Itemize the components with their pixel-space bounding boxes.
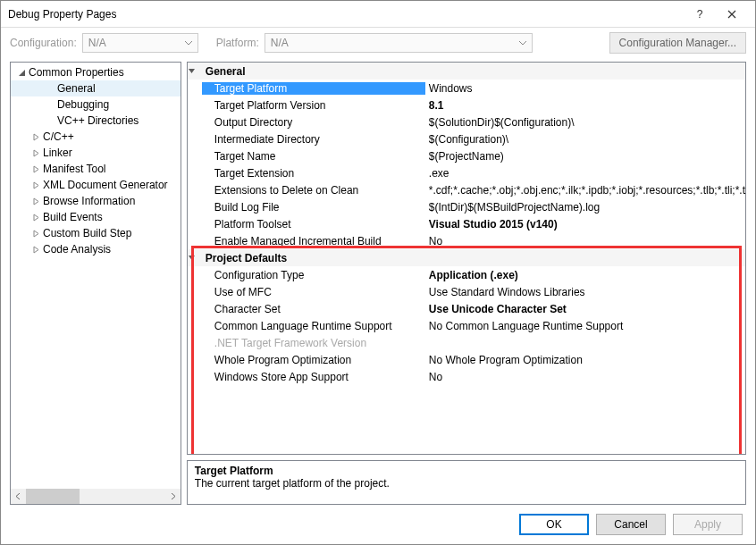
tree-item[interactable]: XML Document Generator [11,177,181,193]
tree-pane: Common PropertiesGeneralDebuggingVC++ Di… [10,62,181,505]
horizontal-scrollbar[interactable] [11,489,181,504]
window-title: Debug Property Pages [8,8,684,21]
property-name: .NET Target Framework Version [202,337,425,349]
property-value[interactable]: Use Unicode Character Set [425,303,745,315]
tree-item[interactable]: Linker [11,145,181,161]
tree-item[interactable]: Debugging [11,96,181,113]
tree-item[interactable]: Custom Build Step [11,225,181,241]
expand-icon [30,181,41,189]
section-title: General [202,65,425,78]
property-value[interactable]: .exe [425,167,745,180]
property-value[interactable]: $(IntDir)$(MSBuildProjectName).log [425,201,745,214]
config-row: Configuration: N/A Platform: N/A Configu… [1,28,755,58]
property-value[interactable]: $(Configuration)\ [425,133,745,146]
property-name: Common Language Runtime Support [202,320,425,332]
configuration-label: Configuration: [10,37,77,49]
scroll-right-icon[interactable] [165,489,181,504]
property-value[interactable]: $(SolutionDir)$(Configuration)\ [425,116,745,129]
property-name: Platform Toolset [202,218,425,231]
property-name: Build Log File [202,201,425,214]
chevron-down-icon [519,41,526,46]
tree-label: Build Events [41,211,103,223]
expand-icon [30,214,41,222]
grid-section-header[interactable]: Project Defaults [188,249,745,266]
platform-combo[interactable]: N/A [265,33,533,53]
tree-label: General [55,82,96,95]
grid-row[interactable]: Whole Program OptimizationNo Whole Progr… [188,351,745,368]
property-value[interactable]: *.cdf;*.cache;*.obj;*.obj.enc;*.ilk;*.ip… [425,184,745,197]
property-value[interactable]: No Whole Program Optimization [425,354,745,366]
property-value[interactable]: No [425,235,745,247]
dialog-buttons: OK Cancel Apply [519,514,743,535]
grid-row[interactable]: Extensions to Delete on Clean*.cdf;*.cac… [188,181,745,198]
property-grid: GeneralTarget PlatformWindowsTarget Plat… [187,62,746,455]
tree-item[interactable]: Build Events [11,209,181,225]
apply-button[interactable]: Apply [673,514,743,535]
property-name: Target Platform [202,82,425,95]
close-button[interactable] [716,4,748,24]
grid-row[interactable]: Configuration TypeApplication (.exe) [188,266,745,283]
property-name: Target Extension [202,167,425,180]
expand-icon [30,230,41,238]
grid-row[interactable]: Intermediate Directory$(Configuration)\ [188,130,745,147]
tree-label: Browse Information [41,195,135,207]
grid-row[interactable]: .NET Target Framework Version [188,334,745,351]
property-name: Whole Program Optimization [202,354,425,366]
grid-row[interactable]: Windows Store App SupportNo [188,368,745,385]
tree-label: XML Document Generator [41,179,168,191]
collapse-icon [188,254,202,262]
property-value[interactable]: Windows [425,82,745,95]
title-bar: Debug Property Pages ? [1,1,755,28]
property-value[interactable]: $(ProjectName) [425,150,745,163]
grid-row[interactable]: Build Log File$(IntDir)$(MSBuildProjectN… [188,198,745,215]
property-value[interactable]: Application (.exe) [425,269,745,281]
tree-label: Custom Build Step [41,227,131,239]
scroll-left-icon[interactable] [11,489,26,504]
grid-section-header[interactable]: General [188,63,745,80]
property-name: Windows Store App Support [202,371,425,383]
description-title: Target Platform [195,465,738,477]
grid-row[interactable]: Use of MFCUse Standard Windows Libraries [188,283,745,300]
property-name: Extensions to Delete on Clean [202,184,425,197]
tree-item[interactable]: Manifest Tool [11,161,181,177]
scrollbar-thumb[interactable] [26,489,80,504]
description-text: The current target platform of the proje… [195,477,738,490]
tree-item[interactable]: C/C++ [11,129,181,145]
grid-row[interactable]: Target PlatformWindows [188,80,745,96]
collapse-icon [16,69,27,77]
section-title: Project Defaults [202,252,425,264]
tree-root[interactable]: Common Properties [11,64,181,80]
property-value[interactable]: No Common Language Runtime Support [425,320,745,332]
tree-item[interactable]: Browse Information [11,193,181,209]
expand-icon [30,165,41,173]
expand-icon [30,149,41,157]
grid-row[interactable]: Output Directory$(SolutionDir)$(Configur… [188,113,745,130]
grid-row[interactable]: Target Name$(ProjectName) [188,147,745,164]
grid-row[interactable]: Common Language Runtime SupportNo Common… [188,317,745,334]
grid-row[interactable]: Platform ToolsetVisual Studio 2015 (v140… [188,215,745,232]
property-name: Target Platform Version [202,99,425,112]
tree-item[interactable]: General [11,80,181,96]
tree-item[interactable]: VC++ Directories [11,113,181,129]
property-name: Target Name [202,150,425,163]
tree-item[interactable]: Code Analysis [11,241,181,257]
grid-row[interactable]: Character SetUse Unicode Character Set [188,300,745,317]
help-button[interactable]: ? [684,4,716,24]
ok-button[interactable]: OK [519,514,589,535]
property-name: Use of MFC [202,286,425,298]
property-value[interactable]: Visual Studio 2015 (v140) [425,218,745,231]
property-value[interactable]: No [425,371,745,383]
tree-label: Debugging [55,98,109,111]
grid-row[interactable]: Enable Managed Incremental BuildNo [188,232,745,249]
property-name: Intermediate Directory [202,133,425,146]
grid-row[interactable]: Target Extension.exe [188,164,745,181]
property-value[interactable]: 8.1 [425,99,745,112]
grid-row[interactable]: Target Platform Version8.1 [188,96,745,113]
configuration-manager-button[interactable]: Configuration Manager... [609,32,746,54]
cancel-button[interactable]: Cancel [596,514,666,535]
property-value[interactable]: Use Standard Windows Libraries [425,286,745,298]
expand-icon [30,246,41,254]
chevron-down-icon [185,41,192,46]
configuration-combo[interactable]: N/A [82,33,198,53]
platform-label: Platform: [216,37,259,49]
